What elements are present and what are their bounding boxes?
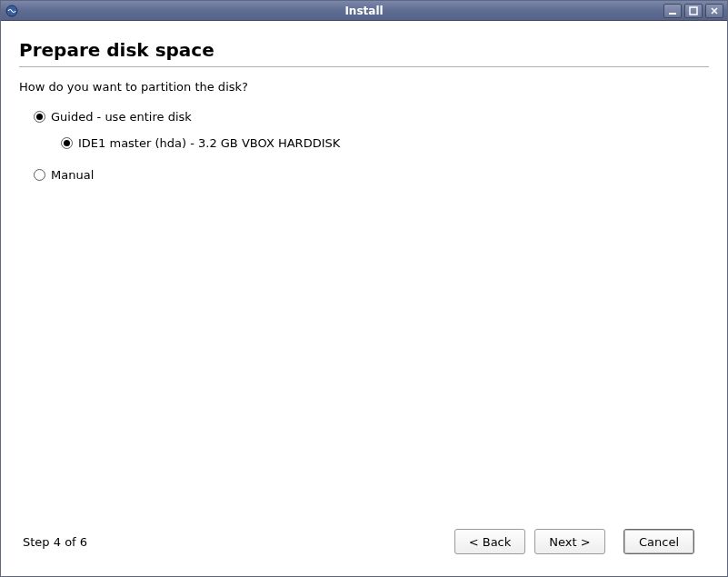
minimize-button[interactable] xyxy=(663,4,682,18)
option-guided[interactable]: Guided - use entire disk xyxy=(34,110,709,124)
install-window: Install Prepare disk space How do you wa… xyxy=(0,0,728,577)
partition-question: How do you want to partition the disk? xyxy=(19,80,709,94)
option-manual-label: Manual xyxy=(51,168,94,182)
option-guided-disk[interactable]: IDE1 master (hda) - 3.2 GB VBOX HARDDISK xyxy=(61,136,709,150)
back-button[interactable]: < Back xyxy=(454,529,525,554)
spacer xyxy=(19,194,709,520)
footer: Step 4 of 6 < Back Next > Cancel xyxy=(19,520,709,567)
option-guided-label: Guided - use entire disk xyxy=(51,110,192,124)
radio-manual[interactable] xyxy=(34,169,45,181)
titlebar[interactable]: Install xyxy=(1,1,727,21)
close-button[interactable] xyxy=(705,4,723,18)
nav-buttons: < Back Next > Cancel xyxy=(454,529,694,554)
content-area: Prepare disk space How do you want to pa… xyxy=(1,21,727,576)
partition-options: Guided - use entire disk IDE1 master (hd… xyxy=(19,110,709,194)
radio-guided-disk[interactable] xyxy=(61,137,73,149)
window-title: Install xyxy=(344,5,383,17)
app-icon xyxy=(5,4,19,18)
next-button[interactable]: Next > xyxy=(534,529,605,554)
option-manual[interactable]: Manual xyxy=(34,168,709,182)
step-indicator: Step 4 of 6 xyxy=(23,535,87,549)
divider xyxy=(19,66,709,67)
page-title: Prepare disk space xyxy=(19,39,709,61)
svg-rect-1 xyxy=(669,13,676,15)
radio-guided[interactable] xyxy=(34,111,45,123)
window-controls xyxy=(663,4,723,18)
svg-rect-2 xyxy=(690,7,697,15)
maximize-button[interactable] xyxy=(684,4,703,18)
cancel-button[interactable]: Cancel xyxy=(623,529,694,554)
option-guided-disk-label: IDE1 master (hda) - 3.2 GB VBOX HARDDISK xyxy=(78,136,340,150)
